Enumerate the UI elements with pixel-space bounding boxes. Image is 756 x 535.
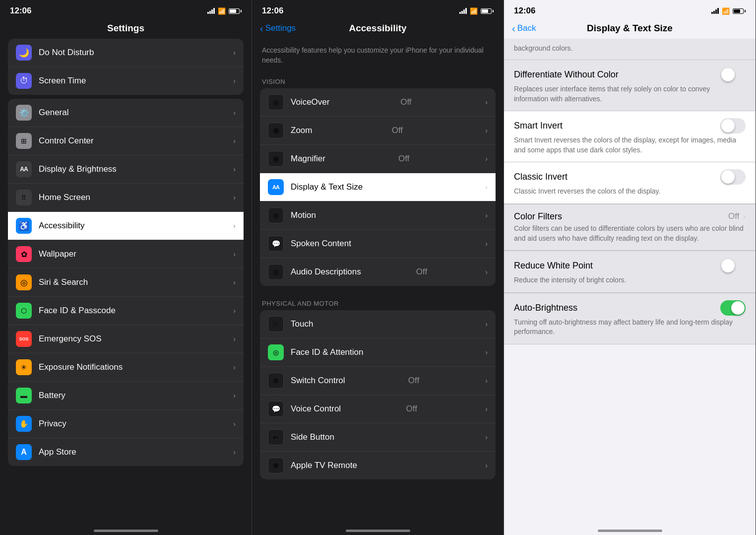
back-button-2[interactable]: ‹ Settings: [260, 23, 296, 33]
item-content: Side Button ›: [291, 432, 488, 442]
settings-item-face-id-attention[interactable]: ◎ Face ID & Attention ›: [260, 338, 496, 367]
settings-item-home-screen[interactable]: ⠿ Home Screen ›: [8, 184, 244, 212]
item-label: Battery: [39, 391, 65, 401]
item-content: VoiceOver Off ›: [291, 97, 488, 107]
accessibility-panel: 12:06 📶 ‹ Settings Accessibility Accessi…: [252, 0, 504, 535]
item-content: Wallpaper ›: [39, 249, 236, 259]
back-button-3[interactable]: ‹ Back: [512, 23, 536, 33]
home-screen-icon: ⠿: [16, 190, 32, 205]
item-desc: Turning off auto-brightness may affect b…: [514, 318, 746, 337]
nav-header-3: ‹ Back Display & Text Size: [504, 20, 756, 39]
display-item-classic-invert: Classic Invert Classic Invert reverses t…: [504, 162, 756, 204]
settings-item-accessibility[interactable]: ♿ Accessibility ›: [8, 212, 244, 240]
toggle-knob: [731, 301, 745, 315]
settings-item-apple-tv-remote[interactable]: ⊠ Apple TV Remote ›: [260, 452, 496, 479]
siri-search-icon: ◎: [16, 274, 32, 290]
auto-brightness-toggle[interactable]: [720, 300, 746, 316]
settings-item-exposure[interactable]: ✳ Exposure Notifications ›: [8, 353, 244, 382]
differentiate-toggle[interactable]: [720, 67, 746, 82]
item-title: Auto-Brightness: [514, 303, 577, 313]
wifi-icon-2: 📶: [470, 7, 478, 15]
home-indicator-3: [504, 521, 756, 535]
item-label: Switch Control: [291, 376, 345, 386]
item-desc: Classic Invert reverses the colors of th…: [514, 187, 746, 197]
settings-item-switch-control[interactable]: ⊞ Switch Control Off ›: [260, 367, 496, 395]
item-desc: Replaces user interface items that rely …: [514, 84, 746, 104]
reduce-white-toggle[interactable]: [720, 258, 746, 273]
settings-item-side-button[interactable]: ⇐ Side Button ›: [260, 423, 496, 452]
chevron-icon: ›: [233, 278, 236, 286]
face-id-icon: ⬡: [16, 303, 32, 319]
settings-item-voiceover[interactable]: ◎ VoiceOver Off ›: [260, 88, 496, 117]
classic-invert-toggle[interactable]: [720, 169, 746, 185]
accessibility-intro: Accessibility features help you customiz…: [252, 39, 504, 68]
chevron-icon: ›: [233, 194, 236, 201]
settings-item-do-not-disturb[interactable]: 🌙 Do Not Disturb ›: [8, 39, 244, 67]
display-brightness-icon: AA: [16, 161, 32, 177]
chevron-icon: ›: [485, 240, 488, 248]
chevron-icon: ›: [485, 155, 488, 163]
settings-item-control-center[interactable]: ⊞ Control Center ›: [8, 127, 244, 155]
item-desc: Color filters can be used to differentia…: [514, 224, 746, 243]
item-title: Reduce White Point: [514, 261, 593, 271]
item-label: Exposure Notifications: [39, 362, 123, 372]
display-item-color-filters[interactable]: Color Filters Off › Color filters can be…: [504, 204, 756, 251]
item-content: Audio Descriptions Off ›: [291, 267, 488, 277]
settings-item-app-store[interactable]: A App Store ›: [8, 438, 244, 466]
accessibility-list[interactable]: Accessibility features help you customiz…: [252, 39, 504, 521]
item-label: Display & Text Size: [291, 182, 363, 192]
settings-item-voice-control[interactable]: 💬 Voice Control Off ›: [260, 395, 496, 423]
settings-item-audio-desc[interactable]: ◎ Audio Descriptions Off ›: [260, 258, 496, 286]
settings-item-siri-search[interactable]: ◎ Siri & Search ›: [8, 268, 244, 297]
battery-icon-1: [229, 8, 242, 14]
item-content: Control Center ›: [39, 136, 236, 146]
display-text-size-panel: 12:06 📶 ‹ Back Display & Text Size backg…: [504, 0, 756, 535]
settings-item-emergency-sos[interactable]: SOS Emergency SOS ›: [8, 325, 244, 353]
group-general: ⚙️ General › ⊞ Control Center › AA Displ…: [8, 99, 244, 466]
settings-item-magnifier[interactable]: ⊕ Magnifier Off ›: [260, 145, 496, 173]
toggle-knob: [721, 68, 735, 81]
settings-item-display-brightness[interactable]: AA Display & Brightness ›: [8, 155, 244, 184]
settings-item-face-id[interactable]: ⬡ Face ID & Passcode ›: [8, 297, 244, 325]
settings-item-general[interactable]: ⚙️ General ›: [8, 99, 244, 127]
settings-list-1[interactable]: 🌙 Do Not Disturb › ⏱ Screen Time › ⚙️ Ge…: [0, 39, 252, 521]
wallpaper-icon: ✿: [16, 246, 32, 262]
home-bar-1: [94, 530, 158, 532]
settings-item-screen-time[interactable]: ⏱ Screen Time ›: [8, 67, 244, 95]
battery-icon-3: [733, 8, 746, 14]
chevron-icon: ›: [485, 433, 488, 441]
toggle-knob: [721, 259, 735, 272]
settings-item-wallpaper[interactable]: ✿ Wallpaper ›: [8, 240, 244, 268]
item-content: Accessibility ›: [39, 221, 236, 231]
group-do-not-disturb: 🌙 Do Not Disturb › ⏱ Screen Time ›: [8, 39, 244, 95]
touch-icon: ☞: [268, 316, 284, 332]
battery-settings-icon: ▬: [16, 388, 32, 403]
chevron-icon: ›: [485, 183, 488, 191]
item-value: Off: [416, 267, 427, 277]
settings-item-battery[interactable]: ▬ Battery ›: [8, 382, 244, 410]
item-label: Face ID & Passcode: [39, 306, 116, 316]
item-label: Privacy: [39, 419, 66, 429]
item-content: Motion ›: [291, 210, 488, 220]
time-1: 12:06: [10, 6, 31, 16]
item-content: Exposure Notifications ›: [39, 362, 236, 372]
nav-header-2: ‹ Settings Accessibility: [252, 20, 504, 39]
display-text-list[interactable]: background colors. Differentiate Without…: [504, 39, 756, 521]
item-content: Screen Time ›: [39, 76, 236, 86]
settings-item-zoom[interactable]: ⊕ Zoom Off ›: [260, 117, 496, 145]
item-value: Off: [728, 211, 739, 221]
smart-invert-toggle[interactable]: [720, 118, 746, 134]
settings-item-privacy[interactable]: ✋ Privacy ›: [8, 410, 244, 438]
item-label: Audio Descriptions: [291, 267, 361, 277]
settings-item-display-text-size[interactable]: AA Display & Text Size ›: [260, 173, 496, 201]
chevron-icon: ›: [485, 98, 488, 106]
item-content: Touch ›: [291, 319, 488, 329]
back-chevron-3: ‹: [512, 23, 515, 33]
settings-item-spoken-content[interactable]: 💬 Spoken Content ›: [260, 230, 496, 258]
chevron-icon: ›: [485, 211, 488, 219]
settings-item-touch[interactable]: ☞ Touch ›: [260, 310, 496, 338]
chevron-icon: ›: [485, 377, 488, 385]
settings-item-motion[interactable]: ◎ Motion ›: [260, 201, 496, 230]
item-content: Display & Text Size ›: [291, 182, 488, 192]
spoken-content-icon: 💬: [268, 236, 284, 252]
